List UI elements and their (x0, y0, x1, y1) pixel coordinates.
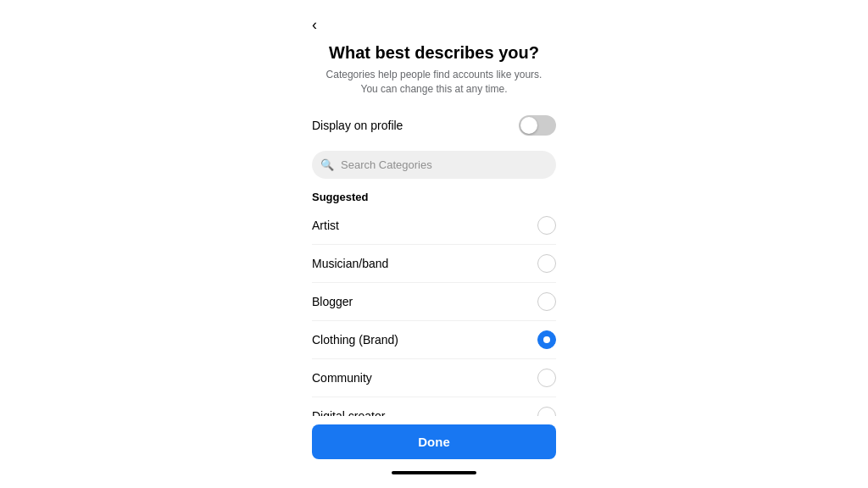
back-arrow-icon: ‹ (312, 16, 317, 33)
subtitle: Categories help people find accounts lik… (319, 68, 549, 97)
main-title: What best describes you? (319, 43, 549, 63)
suggested-label: Suggested (312, 191, 556, 203)
category-item[interactable]: Musician/band (312, 245, 556, 283)
content-area: Display on profile 🔍 Suggested ArtistMus… (298, 107, 570, 416)
done-button-wrapper: Done (298, 416, 570, 471)
search-icon: 🔍 (320, 158, 334, 171)
back-button[interactable]: ‹ (298, 7, 570, 36)
toggle-thumb (520, 117, 537, 134)
search-input[interactable] (312, 151, 556, 179)
header-section: What best describes you? Categories help… (298, 36, 570, 107)
home-indicator-bar (392, 471, 476, 474)
categories-list: ArtistMusician/bandBloggerClothing (Bran… (312, 207, 556, 416)
radio-button[interactable] (537, 254, 556, 273)
radio-button[interactable] (537, 407, 556, 416)
radio-button[interactable] (537, 216, 556, 235)
home-indicator (298, 471, 570, 481)
category-name: Clothing (Brand) (312, 333, 398, 347)
category-item[interactable]: Community (312, 359, 556, 397)
radio-button[interactable] (537, 369, 556, 387)
category-name: Musician/band (312, 257, 388, 270)
category-name: Community (312, 371, 372, 385)
display-profile-row: Display on profile (312, 107, 556, 144)
category-item[interactable]: Artist (312, 207, 556, 245)
category-item[interactable]: Blogger (312, 283, 556, 321)
display-profile-toggle[interactable] (519, 115, 556, 136)
radio-button[interactable] (537, 330, 556, 349)
category-name: Artist (312, 219, 339, 232)
category-item[interactable]: Clothing (Brand) (312, 321, 556, 359)
category-name: Digital creator (312, 409, 385, 416)
done-button[interactable]: Done (312, 424, 556, 459)
phone-container: ‹ What best describes you? Categories he… (298, 7, 570, 481)
display-profile-label: Display on profile (312, 119, 403, 132)
category-name: Blogger (312, 295, 353, 308)
category-item[interactable]: Digital creator (312, 397, 556, 416)
radio-button[interactable] (537, 292, 556, 311)
search-container: 🔍 (312, 151, 556, 179)
